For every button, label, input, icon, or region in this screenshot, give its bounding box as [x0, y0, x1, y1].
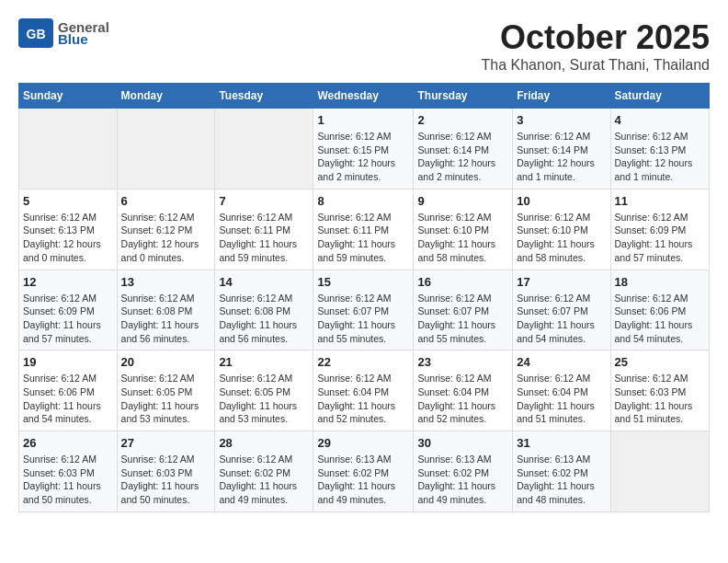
day-info: Sunrise: 6:12 AM Sunset: 6:09 PM Dayligh…	[615, 211, 705, 265]
month-title: October 2025	[482, 18, 710, 57]
day-number: 18	[615, 275, 705, 289]
calendar-table: SundayMondayTuesdayWednesdayThursdayFrid…	[18, 83, 710, 512]
column-header-saturday: Saturday	[610, 84, 709, 109]
calendar-cell: 1Sunrise: 6:12 AM Sunset: 6:15 PM Daylig…	[313, 109, 414, 190]
calendar-cell: 11Sunrise: 6:12 AM Sunset: 6:09 PM Dayli…	[610, 189, 709, 270]
calendar-cell: 3Sunrise: 6:12 AM Sunset: 6:14 PM Daylig…	[513, 109, 610, 190]
calendar-cell: 25Sunrise: 6:12 AM Sunset: 6:03 PM Dayli…	[610, 350, 709, 431]
calendar-cell: 9Sunrise: 6:12 AM Sunset: 6:10 PM Daylig…	[414, 189, 513, 270]
day-number: 19	[23, 355, 113, 369]
calendar-cell: 20Sunrise: 6:12 AM Sunset: 6:05 PM Dayli…	[117, 350, 215, 431]
day-number: 25	[615, 355, 705, 369]
calendar-cell: 10Sunrise: 6:12 AM Sunset: 6:10 PM Dayli…	[513, 189, 610, 270]
calendar-week-2: 5Sunrise: 6:12 AM Sunset: 6:13 PM Daylig…	[19, 189, 710, 270]
day-info: Sunrise: 6:12 AM Sunset: 6:04 PM Dayligh…	[417, 372, 508, 426]
column-header-sunday: Sunday	[19, 84, 118, 109]
day-number: 10	[517, 194, 606, 208]
column-header-thursday: Thursday	[414, 84, 513, 109]
calendar-cell: 24Sunrise: 6:12 AM Sunset: 6:04 PM Dayli…	[513, 350, 610, 431]
day-number: 24	[517, 355, 606, 369]
calendar-cell: 29Sunrise: 6:13 AM Sunset: 6:02 PM Dayli…	[313, 431, 414, 512]
day-number: 16	[417, 275, 508, 289]
calendar-week-1: 1Sunrise: 6:12 AM Sunset: 6:15 PM Daylig…	[19, 109, 710, 190]
day-number: 11	[615, 194, 705, 208]
day-number: 2	[417, 113, 508, 127]
calendar-cell: 5Sunrise: 6:12 AM Sunset: 6:13 PM Daylig…	[19, 189, 118, 270]
calendar-cell: 19Sunrise: 6:12 AM Sunset: 6:06 PM Dayli…	[19, 350, 118, 431]
day-info: Sunrise: 6:13 AM Sunset: 6:02 PM Dayligh…	[417, 453, 508, 507]
day-info: Sunrise: 6:13 AM Sunset: 6:02 PM Dayligh…	[317, 453, 409, 507]
logo: GB General Blue	[18, 18, 109, 48]
column-header-friday: Friday	[513, 84, 610, 109]
page-header: GB General Blue October 2025 Tha Khanon,…	[18, 18, 710, 74]
day-number: 17	[517, 275, 606, 289]
day-info: Sunrise: 6:12 AM Sunset: 6:06 PM Dayligh…	[23, 372, 113, 426]
day-info: Sunrise: 6:12 AM Sunset: 6:13 PM Dayligh…	[615, 130, 705, 184]
day-number: 9	[417, 194, 508, 208]
day-info: Sunrise: 6:12 AM Sunset: 6:11 PM Dayligh…	[317, 211, 409, 265]
day-info: Sunrise: 6:12 AM Sunset: 6:11 PM Dayligh…	[219, 211, 309, 265]
calendar-cell: 4Sunrise: 6:12 AM Sunset: 6:13 PM Daylig…	[610, 109, 709, 190]
calendar-header-row: SundayMondayTuesdayWednesdayThursdayFrid…	[19, 84, 710, 109]
day-number: 30	[417, 436, 508, 450]
logo-icon: GB	[18, 18, 53, 48]
calendar-cell: 23Sunrise: 6:12 AM Sunset: 6:04 PM Dayli…	[414, 350, 513, 431]
day-number: 13	[121, 275, 211, 289]
day-info: Sunrise: 6:12 AM Sunset: 6:07 PM Dayligh…	[317, 292, 409, 346]
calendar-cell: 27Sunrise: 6:12 AM Sunset: 6:03 PM Dayli…	[117, 431, 215, 512]
day-info: Sunrise: 6:12 AM Sunset: 6:05 PM Dayligh…	[219, 372, 309, 426]
calendar-cell: 28Sunrise: 6:12 AM Sunset: 6:02 PM Dayli…	[215, 431, 313, 512]
svg-text:GB: GB	[27, 27, 46, 41]
day-number: 5	[23, 194, 113, 208]
calendar-cell: 12Sunrise: 6:12 AM Sunset: 6:09 PM Dayli…	[19, 270, 118, 350]
calendar-cell: 14Sunrise: 6:12 AM Sunset: 6:08 PM Dayli…	[215, 270, 313, 350]
calendar-cell: 16Sunrise: 6:12 AM Sunset: 6:07 PM Dayli…	[414, 270, 513, 350]
calendar-cell	[610, 431, 709, 512]
day-number: 8	[317, 194, 409, 208]
calendar-week-3: 12Sunrise: 6:12 AM Sunset: 6:09 PM Dayli…	[19, 270, 710, 350]
day-number: 21	[219, 355, 309, 369]
column-header-wednesday: Wednesday	[313, 84, 414, 109]
day-number: 3	[517, 113, 606, 127]
column-header-tuesday: Tuesday	[215, 84, 313, 109]
day-info: Sunrise: 6:12 AM Sunset: 6:02 PM Dayligh…	[219, 453, 309, 507]
title-section: October 2025 Tha Khanon, Surat Thani, Th…	[482, 18, 710, 74]
calendar-cell	[215, 109, 313, 190]
day-info: Sunrise: 6:12 AM Sunset: 6:09 PM Dayligh…	[23, 292, 113, 346]
calendar-cell: 7Sunrise: 6:12 AM Sunset: 6:11 PM Daylig…	[215, 189, 313, 270]
day-number: 7	[219, 194, 309, 208]
day-number: 31	[517, 436, 606, 450]
calendar-cell: 31Sunrise: 6:13 AM Sunset: 6:02 PM Dayli…	[513, 431, 610, 512]
day-number: 1	[317, 113, 409, 127]
day-number: 15	[317, 275, 409, 289]
calendar-week-4: 19Sunrise: 6:12 AM Sunset: 6:06 PM Dayli…	[19, 350, 710, 431]
calendar-cell: 30Sunrise: 6:13 AM Sunset: 6:02 PM Dayli…	[414, 431, 513, 512]
day-number: 12	[23, 275, 113, 289]
day-info: Sunrise: 6:12 AM Sunset: 6:13 PM Dayligh…	[23, 211, 113, 265]
day-number: 23	[417, 355, 508, 369]
calendar-cell: 21Sunrise: 6:12 AM Sunset: 6:05 PM Dayli…	[215, 350, 313, 431]
column-header-monday: Monday	[117, 84, 215, 109]
day-info: Sunrise: 6:12 AM Sunset: 6:08 PM Dayligh…	[121, 292, 211, 346]
day-number: 26	[23, 436, 113, 450]
day-number: 14	[219, 275, 309, 289]
calendar-cell: 15Sunrise: 6:12 AM Sunset: 6:07 PM Dayli…	[313, 270, 414, 350]
day-info: Sunrise: 6:12 AM Sunset: 6:10 PM Dayligh…	[517, 211, 606, 265]
day-number: 29	[317, 436, 409, 450]
calendar-cell: 2Sunrise: 6:12 AM Sunset: 6:14 PM Daylig…	[414, 109, 513, 190]
calendar-cell: 26Sunrise: 6:12 AM Sunset: 6:03 PM Dayli…	[19, 431, 118, 512]
day-number: 28	[219, 436, 309, 450]
day-info: Sunrise: 6:12 AM Sunset: 6:06 PM Dayligh…	[615, 292, 705, 346]
day-info: Sunrise: 6:12 AM Sunset: 6:14 PM Dayligh…	[517, 130, 606, 184]
day-number: 27	[121, 436, 211, 450]
calendar-cell: 13Sunrise: 6:12 AM Sunset: 6:08 PM Dayli…	[117, 270, 215, 350]
day-info: Sunrise: 6:12 AM Sunset: 6:07 PM Dayligh…	[517, 292, 606, 346]
calendar-cell: 8Sunrise: 6:12 AM Sunset: 6:11 PM Daylig…	[313, 189, 414, 270]
day-info: Sunrise: 6:12 AM Sunset: 6:03 PM Dayligh…	[121, 453, 211, 507]
day-info: Sunrise: 6:12 AM Sunset: 6:15 PM Dayligh…	[317, 130, 409, 184]
day-number: 6	[121, 194, 211, 208]
calendar-cell: 18Sunrise: 6:12 AM Sunset: 6:06 PM Dayli…	[610, 270, 709, 350]
day-info: Sunrise: 6:12 AM Sunset: 6:07 PM Dayligh…	[417, 292, 508, 346]
day-number: 20	[121, 355, 211, 369]
calendar-cell: 22Sunrise: 6:12 AM Sunset: 6:04 PM Dayli…	[313, 350, 414, 431]
